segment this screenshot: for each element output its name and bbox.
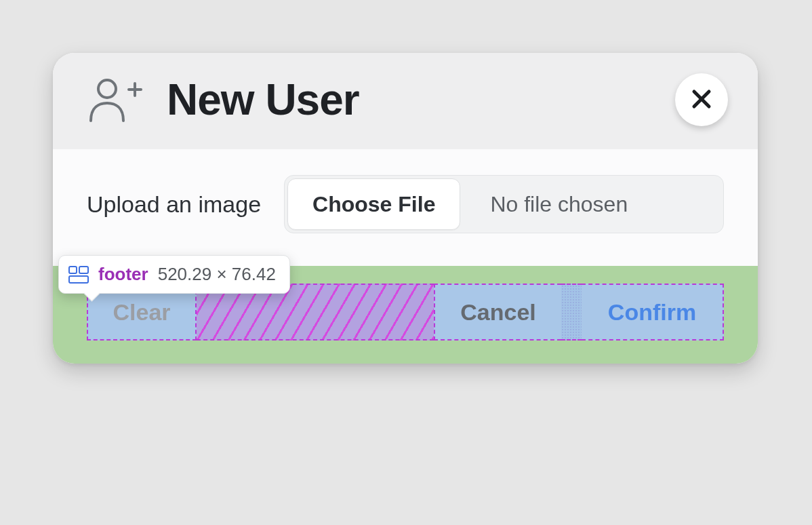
dialog-title: New User xyxy=(167,75,359,125)
upload-image-label: Upload an image xyxy=(87,191,261,218)
dialog-body: Upload an image Choose File No file chos… xyxy=(53,149,758,266)
flex-layout-icon xyxy=(68,266,89,284)
confirm-button[interactable]: Confirm xyxy=(582,284,724,341)
file-input[interactable]: Choose File No file chosen xyxy=(284,175,724,233)
close-icon xyxy=(691,89,712,111)
cancel-button[interactable]: Cancel xyxy=(434,284,561,341)
stage: footer 520.29 × 76.42 New User xyxy=(0,0,812,525)
dialog-header: New User xyxy=(53,53,758,149)
new-user-dialog: footer 520.29 × 76.42 New User xyxy=(53,53,758,364)
user-plus-icon xyxy=(87,76,144,123)
close-button[interactable] xyxy=(675,73,728,126)
svg-rect-1 xyxy=(79,267,88,273)
file-status-text: No file chosen xyxy=(463,176,723,233)
button-margin-highlight xyxy=(561,284,582,341)
svg-rect-0 xyxy=(69,267,77,273)
tooltip-dimensions: 520.29 × 76.42 xyxy=(158,264,276,285)
svg-point-3 xyxy=(98,80,116,98)
svg-rect-2 xyxy=(69,276,88,283)
devtools-tooltip: footer 520.29 × 76.42 xyxy=(58,255,290,294)
tooltip-element-name: footer xyxy=(98,264,148,285)
choose-file-button[interactable]: Choose File xyxy=(287,178,460,230)
